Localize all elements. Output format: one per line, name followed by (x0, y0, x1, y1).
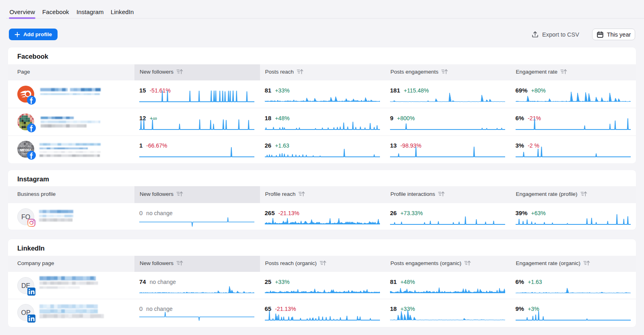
svg-text:SOCIAL: SOCIAL (20, 144, 32, 148)
